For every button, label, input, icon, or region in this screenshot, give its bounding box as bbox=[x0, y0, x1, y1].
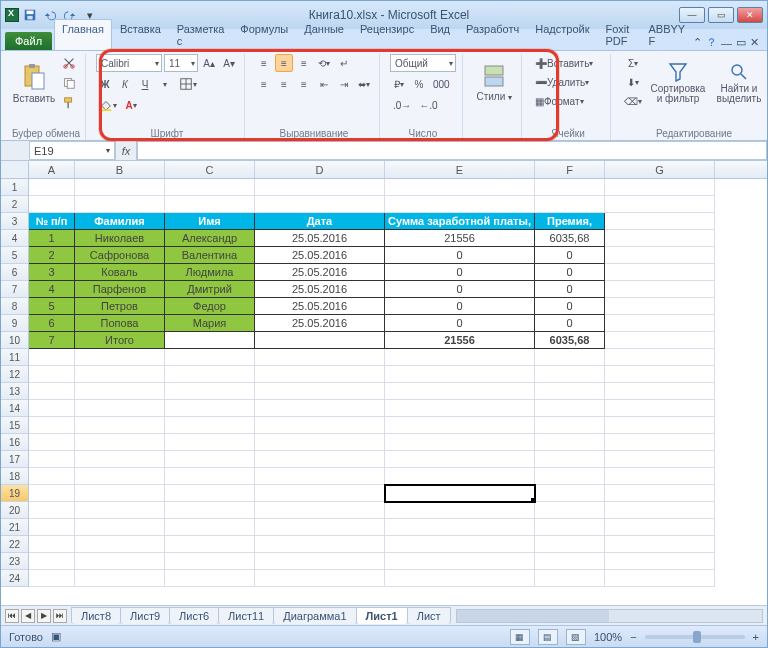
percent-icon[interactable]: % bbox=[410, 75, 428, 93]
cell[interactable]: Валентина bbox=[165, 247, 255, 264]
row-header[interactable]: 14 bbox=[1, 400, 29, 417]
fill-icon[interactable]: ⬇ bbox=[621, 73, 645, 91]
fx-icon[interactable]: fx bbox=[115, 141, 137, 160]
cell[interactable] bbox=[385, 417, 535, 434]
cell[interactable] bbox=[535, 451, 605, 468]
ribbon-tab[interactable]: Разметка с bbox=[169, 19, 233, 50]
row-header[interactable]: 16 bbox=[1, 434, 29, 451]
sheet-tab[interactable]: Диаграмма1 bbox=[273, 607, 356, 624]
cell[interactable]: 3 bbox=[29, 264, 75, 281]
cell[interactable] bbox=[29, 519, 75, 536]
cell[interactable] bbox=[165, 349, 255, 366]
normal-view-icon[interactable]: ▦ bbox=[510, 629, 530, 645]
cell[interactable] bbox=[385, 383, 535, 400]
cell[interactable] bbox=[385, 179, 535, 196]
cell[interactable] bbox=[535, 519, 605, 536]
row-header[interactable]: 20 bbox=[1, 502, 29, 519]
align-middle-icon[interactable]: ≡ bbox=[275, 54, 293, 72]
cell[interactable] bbox=[535, 434, 605, 451]
increase-indent-icon[interactable]: ⇥ bbox=[335, 75, 353, 93]
decrease-font-icon[interactable]: A▾ bbox=[220, 54, 238, 72]
insert-cells-button[interactable]: ➕ Вставить bbox=[532, 54, 604, 72]
cell[interactable] bbox=[255, 196, 385, 213]
align-top-icon[interactable]: ≡ bbox=[255, 54, 273, 72]
cell[interactable] bbox=[535, 485, 605, 502]
row-header[interactable]: 4 bbox=[1, 230, 29, 247]
cell[interactable] bbox=[535, 179, 605, 196]
ribbon-minimize-icon[interactable]: ⌃ bbox=[693, 36, 702, 49]
row-header[interactable]: 9 bbox=[1, 315, 29, 332]
cell[interactable] bbox=[605, 349, 715, 366]
cell[interactable] bbox=[29, 451, 75, 468]
help-icon[interactable]: ？ bbox=[706, 35, 717, 50]
cell[interactable]: 0 bbox=[385, 315, 535, 332]
font-name-select[interactable]: Calibri bbox=[96, 54, 162, 72]
row-header[interactable]: 24 bbox=[1, 570, 29, 587]
cell[interactable] bbox=[385, 196, 535, 213]
cell[interactable] bbox=[165, 196, 255, 213]
cell[interactable] bbox=[29, 417, 75, 434]
cell[interactable]: 21556 bbox=[385, 230, 535, 247]
cell[interactable] bbox=[75, 451, 165, 468]
cell[interactable] bbox=[29, 179, 75, 196]
cell[interactable]: Премия, bbox=[535, 213, 605, 230]
ribbon-tab[interactable]: Главная bbox=[54, 19, 112, 50]
cell[interactable]: 25.05.2016 bbox=[255, 281, 385, 298]
row-header[interactable]: 12 bbox=[1, 366, 29, 383]
doc-close-icon[interactable]: ✕ bbox=[750, 36, 759, 49]
cell[interactable] bbox=[535, 417, 605, 434]
cell[interactable]: 25.05.2016 bbox=[255, 264, 385, 281]
cell[interactable]: 4 bbox=[29, 281, 75, 298]
cell[interactable] bbox=[75, 502, 165, 519]
cell[interactable] bbox=[165, 179, 255, 196]
cell[interactable] bbox=[75, 519, 165, 536]
cell[interactable] bbox=[165, 553, 255, 570]
comma-icon[interactable]: 000 bbox=[430, 75, 453, 93]
cell[interactable] bbox=[255, 417, 385, 434]
cell[interactable] bbox=[535, 553, 605, 570]
ribbon-tab[interactable]: Данные bbox=[296, 19, 352, 50]
cell[interactable] bbox=[535, 383, 605, 400]
cell[interactable] bbox=[605, 502, 715, 519]
namebox-dropdown-icon[interactable]: ▾ bbox=[106, 146, 110, 155]
ribbon-tab[interactable]: Рецензирс bbox=[352, 19, 422, 50]
cell[interactable] bbox=[605, 434, 715, 451]
zoom-slider[interactable] bbox=[645, 635, 745, 639]
cell[interactable] bbox=[385, 502, 535, 519]
cell[interactable] bbox=[605, 417, 715, 434]
cell[interactable]: Сумма заработной платы, bbox=[385, 213, 535, 230]
copy-icon[interactable] bbox=[59, 74, 79, 92]
format-cells-button[interactable]: ▦ Формат bbox=[532, 92, 604, 110]
row-header[interactable]: 7 bbox=[1, 281, 29, 298]
cell[interactable] bbox=[75, 434, 165, 451]
cell[interactable]: Дата bbox=[255, 213, 385, 230]
cell[interactable] bbox=[255, 485, 385, 502]
cell[interactable]: 0 bbox=[385, 298, 535, 315]
font-size-select[interactable]: 11 bbox=[164, 54, 198, 72]
cell[interactable] bbox=[75, 179, 165, 196]
autosum-icon[interactable]: Σ bbox=[621, 54, 645, 72]
cell[interactable]: Александр bbox=[165, 230, 255, 247]
cell[interactable]: 25.05.2016 bbox=[255, 247, 385, 264]
cell[interactable]: 0 bbox=[535, 298, 605, 315]
cell[interactable] bbox=[385, 570, 535, 587]
cell[interactable] bbox=[255, 536, 385, 553]
row-header[interactable]: 15 bbox=[1, 417, 29, 434]
cell[interactable] bbox=[75, 383, 165, 400]
sheet-tab[interactable]: Лист11 bbox=[218, 607, 274, 624]
cell[interactable] bbox=[75, 570, 165, 587]
cell[interactable] bbox=[535, 366, 605, 383]
cell[interactable] bbox=[385, 366, 535, 383]
cell[interactable]: 6035,68 bbox=[535, 230, 605, 247]
cell[interactable] bbox=[385, 553, 535, 570]
doc-min-icon[interactable]: — bbox=[721, 37, 732, 49]
ribbon-tab[interactable]: Разработч bbox=[458, 19, 527, 50]
cell[interactable]: Попова bbox=[75, 315, 165, 332]
cell[interactable] bbox=[255, 519, 385, 536]
save-icon[interactable] bbox=[21, 6, 39, 24]
cell[interactable] bbox=[605, 553, 715, 570]
name-box[interactable]: E19▾ bbox=[29, 141, 115, 160]
cell[interactable] bbox=[165, 451, 255, 468]
cell[interactable]: 21556 bbox=[385, 332, 535, 349]
cell[interactable] bbox=[385, 519, 535, 536]
